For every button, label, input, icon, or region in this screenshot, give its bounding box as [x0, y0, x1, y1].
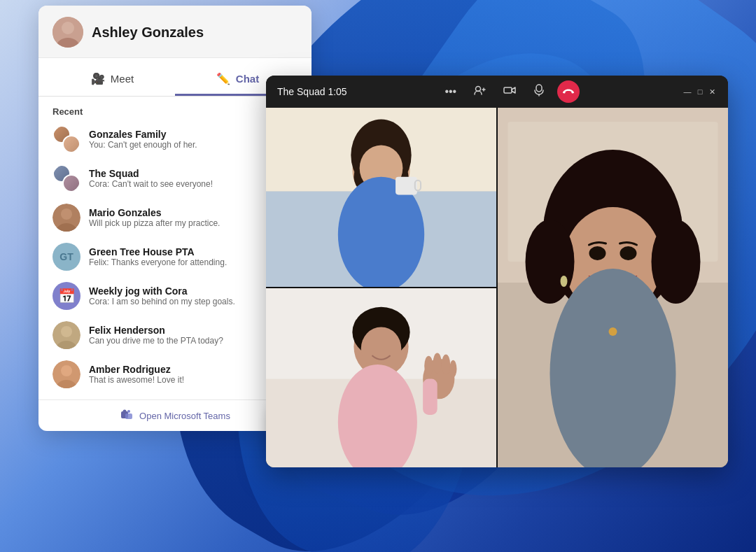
avatar: GT — [52, 243, 80, 271]
end-call-icon — [562, 86, 575, 98]
participants-icon — [474, 84, 486, 99]
svg-point-39 — [433, 353, 442, 374]
avatar — [52, 125, 80, 153]
video-participant-3 — [498, 108, 728, 467]
svg-point-34 — [361, 327, 402, 371]
svg-point-50 — [589, 246, 606, 260]
call-title: The Squad 1:05 — [277, 86, 347, 97]
list-item[interactable]: Gonzales Family You: Can't get enough of… — [50, 120, 300, 159]
svg-point-38 — [424, 356, 433, 376]
svg-rect-13 — [125, 413, 132, 419]
list-item[interactable]: 📅 Weekly jog with Cora Cora: I am so beh… — [50, 276, 300, 316]
svg-point-15 — [127, 410, 130, 413]
user-name: Ashley Gonzales — [92, 24, 204, 41]
teams-icon — [120, 409, 134, 423]
video-participant-2 — [266, 288, 496, 467]
more-options-button[interactable]: ••• — [440, 80, 462, 103]
svg-point-51 — [620, 246, 637, 260]
avatar: 📅 — [52, 282, 80, 310]
svg-point-54 — [561, 276, 568, 287]
contact-list: Gonzales Family You: Can't get enough of… — [50, 120, 300, 394]
meet-icon: 🎥 — [91, 72, 105, 85]
svg-point-4 — [61, 208, 72, 220]
minimize-icon: — — [683, 87, 691, 96]
tab-chat-label: Chat — [236, 73, 259, 85]
list-item[interactable]: The Squad Cora: Can't wait to see everyo… — [50, 159, 300, 198]
maximize-button[interactable]: □ — [696, 87, 704, 96]
svg-point-48 — [526, 220, 575, 304]
camera-button[interactable] — [498, 80, 521, 103]
svg-point-1 — [62, 22, 74, 34]
call-actions: ••• — [440, 80, 580, 103]
svg-point-7 — [61, 326, 72, 337]
video-titlebar: The Squad 1:05 ••• — [266, 76, 728, 108]
tab-meet[interactable]: 🎥 Meet — [50, 65, 175, 96]
avatar — [52, 164, 80, 192]
svg-point-14 — [123, 410, 127, 413]
end-call-button[interactable] — [557, 80, 580, 103]
close-icon: ✕ — [709, 87, 715, 97]
svg-point-41 — [449, 360, 456, 378]
svg-rect-18 — [536, 85, 542, 92]
svg-rect-28 — [396, 177, 417, 195]
video-call-window: The Squad 1:05 ••• — [266, 76, 728, 467]
maximize-icon: □ — [698, 87, 703, 96]
recent-label: Recent — [50, 106, 300, 117]
avatar — [52, 321, 80, 349]
user-avatar — [52, 17, 83, 48]
list-item[interactable]: Felix Henderson Can you drive me to the … — [50, 316, 300, 355]
avatar-initials: GT — [59, 251, 73, 262]
avatar — [52, 360, 80, 388]
mic-icon — [533, 84, 545, 99]
close-button[interactable]: ✕ — [708, 87, 717, 96]
tab-meet-label: Meet — [111, 73, 134, 85]
list-item[interactable]: GT Green Tree House PTA Felix: Thanks ev… — [50, 237, 300, 276]
video-grid — [266, 108, 728, 467]
video-participant-1 — [266, 108, 496, 287]
svg-point-49 — [652, 220, 701, 304]
list-item[interactable]: Mario Gonzales Will pick up pizza after … — [50, 198, 300, 237]
more-icon: ••• — [444, 85, 456, 98]
svg-rect-17 — [504, 87, 512, 93]
minimize-button[interactable]: — — [683, 87, 692, 96]
open-teams-label: Open Microsoft Teams — [139, 411, 230, 421]
svg-point-40 — [442, 355, 450, 375]
chat-icon: ✏️ — [216, 72, 230, 85]
add-participants-button[interactable] — [469, 80, 491, 103]
list-item[interactable]: Amber Rodriguez That is awesome! Love it… — [50, 355, 300, 394]
svg-rect-37 — [423, 379, 438, 415]
avatar-image — [52, 17, 83, 48]
svg-point-10 — [61, 365, 72, 376]
mic-button[interactable] — [528, 80, 550, 103]
camera-icon — [503, 84, 516, 99]
window-controls: — □ ✕ — [683, 87, 717, 96]
svg-point-53 — [609, 327, 617, 336]
avatar — [52, 204, 80, 232]
chat-header: Ashley Gonzales — [38, 6, 312, 58]
